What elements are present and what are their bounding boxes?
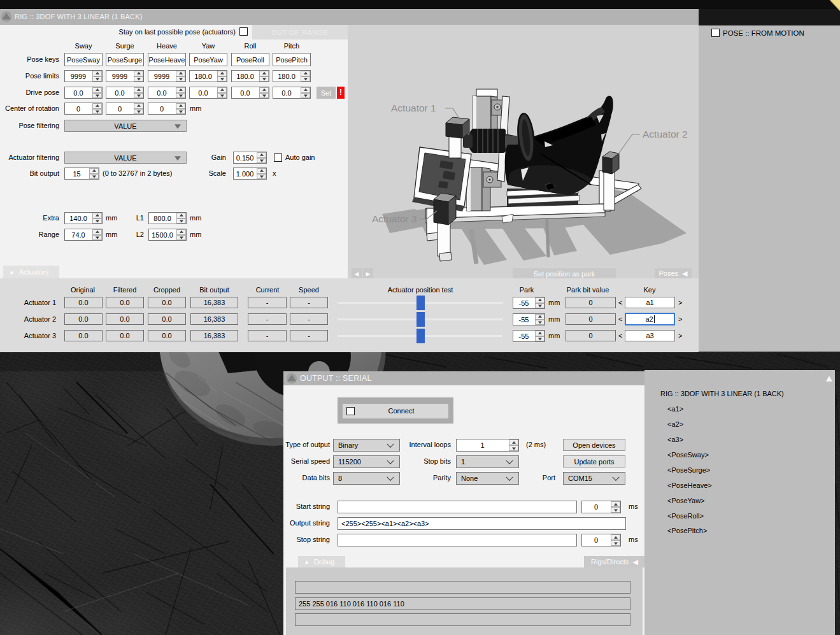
svg-text:Actuator 3: Actuator 3 — [372, 213, 417, 224]
svg-text:Actuator 2: Actuator 2 — [643, 129, 688, 139]
svg-text:Actuator 1: Actuator 1 — [391, 103, 436, 113]
